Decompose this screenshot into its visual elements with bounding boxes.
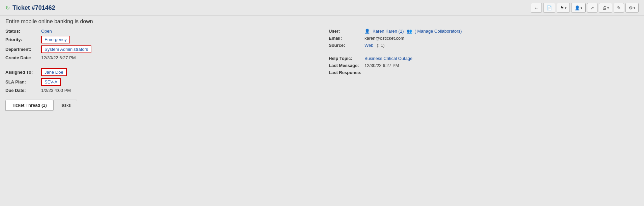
help-topic-label: Help Topic: (329, 56, 362, 61)
source-row: Source: Web (::1) (329, 43, 639, 48)
settings-icon: ⚙ (629, 5, 633, 10)
info-left: Status: Open Priority: Emergency Departm… (5, 29, 315, 93)
last-response-row: Last Response: (329, 70, 639, 75)
ticket-subject: Entire mobile online banking is down (0, 16, 644, 26)
last-message-value: 12/30/22 6:27 PM (364, 63, 399, 68)
help-topic-value[interactable]: Business Critical Outage (364, 56, 412, 61)
source-label: Source: (329, 43, 362, 48)
last-message-row: Last Message: 12/30/22 6:27 PM (329, 63, 639, 68)
priority-label: Priority: (5, 37, 39, 42)
user-person-icon: 👤 (364, 29, 370, 34)
tabs-section: Ticket Thread (1) Tasks (0, 96, 644, 110)
user-label: User: (329, 29, 362, 34)
last-message-label: Last Message: (329, 63, 362, 68)
user-row: User: 👤 Karen Karen (1) 👥 ( Manage Colla… (329, 29, 639, 34)
email-row: Email: karen@osticket.com (329, 36, 639, 41)
sla-plan-value[interactable]: SEV-A (41, 78, 61, 86)
department-label: Department: (5, 47, 39, 52)
flag-icon: ⚑ (560, 5, 564, 10)
create-date-value: 12/30/22 6:27 PM (41, 55, 76, 60)
status-label: Status: (5, 29, 39, 34)
manage-collaborators-link[interactable]: ( Manage Collaborators) (415, 29, 462, 34)
header-actions: ← 📄 ⚑ ▾ 👤 ▾ ↗ 🖨 ▾ ✎ ⚙ ▾ (531, 3, 639, 13)
share-button[interactable]: ↗ (587, 3, 597, 13)
assign-button[interactable]: 👤 ▾ (571, 3, 586, 13)
status-value[interactable]: Open (41, 29, 52, 34)
help-topic-row: Help Topic: Business Critical Outage (329, 56, 639, 61)
assigned-to-value[interactable]: Jane Doe (41, 68, 67, 76)
back-button[interactable]: ← (531, 3, 542, 13)
due-date-value: 1/2/23 4:00 PM (41, 88, 71, 93)
source-value[interactable]: Web (364, 43, 374, 48)
sla-plan-row: SLA Plan: SEV-A (5, 78, 315, 86)
settings-dropdown-arrow: ▾ (634, 6, 635, 10)
edit-button[interactable]: ✎ (614, 3, 624, 13)
print-button[interactable]: 🖨 ▾ (599, 3, 612, 13)
info-section: Status: Open Priority: Emergency Departm… (0, 26, 644, 96)
create-date-row: Create Date: 12/30/22 6:27 PM (5, 55, 315, 60)
email-label: Email: (329, 36, 362, 41)
email-value: karen@osticket.com (364, 36, 404, 41)
header-bar: ↻ Ticket #701462 ← 📄 ⚑ ▾ 👤 ▾ ↗ 🖨 ▾ ✎ ⚙ ▾ (0, 0, 644, 16)
main-container: ↻ Ticket #701462 ← 📄 ⚑ ▾ 👤 ▾ ↗ 🖨 ▾ ✎ ⚙ ▾ (0, 0, 644, 206)
flag-button[interactable]: ⚑ ▾ (557, 3, 570, 13)
last-response-label: Last Response: (329, 70, 362, 75)
refresh-icon[interactable]: ↻ (5, 5, 10, 11)
create-date-label: Create Date: (5, 55, 39, 60)
department-row: Department: System Administrators (5, 45, 315, 53)
due-date-row: Due Date: 1/2/23 4:00 PM (5, 88, 315, 93)
print-icon: 🖨 (602, 5, 607, 10)
print-dropdown-arrow: ▾ (607, 6, 609, 10)
department-value[interactable]: System Administrators (41, 45, 91, 53)
header-left: ↻ Ticket #701462 (5, 4, 55, 11)
assign-icon: 👤 (575, 5, 580, 10)
ticket-title: Ticket #701462 (12, 4, 55, 11)
collaborators-icon: 👥 (407, 29, 412, 34)
notes-button[interactable]: 📄 (543, 3, 555, 13)
priority-value[interactable]: Emergency (41, 36, 70, 43)
priority-row: Priority: Emergency (5, 36, 315, 43)
user-name[interactable]: Karen Karen (1) (373, 29, 404, 34)
flag-dropdown-arrow: ▾ (565, 6, 566, 10)
tab-tasks[interactable]: Tasks (53, 100, 77, 110)
assigned-to-row: Assigned To: Jane Doe (5, 68, 315, 76)
sla-plan-label: SLA Plan: (5, 79, 39, 84)
source-extra: (::1) (377, 43, 385, 48)
assigned-to-label: Assigned To: (5, 70, 39, 75)
settings-button[interactable]: ⚙ ▾ (625, 3, 639, 13)
due-date-label: Due Date: (5, 88, 39, 93)
info-right: User: 👤 Karen Karen (1) 👥 ( Manage Colla… (315, 29, 639, 93)
status-row: Status: Open (5, 29, 315, 34)
assign-dropdown-arrow: ▾ (581, 6, 582, 10)
tab-ticket-thread[interactable]: Ticket Thread (1) (5, 100, 53, 111)
